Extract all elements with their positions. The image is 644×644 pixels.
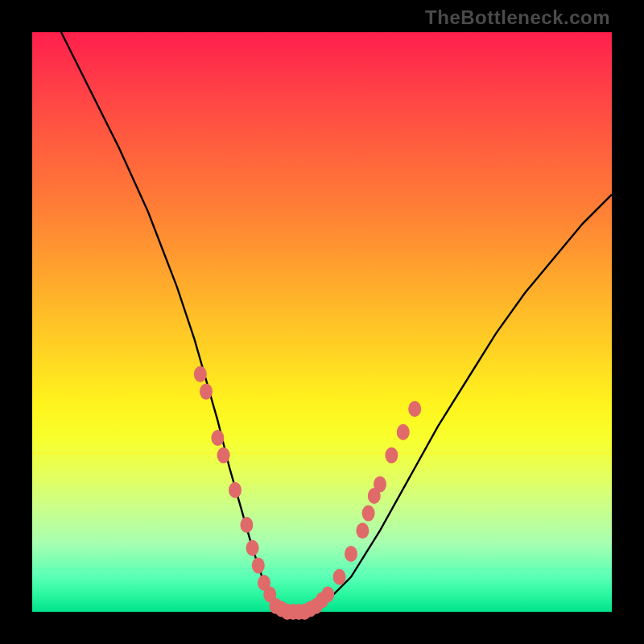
curve-marker: [252, 557, 265, 573]
curve-marker: [211, 430, 224, 446]
curve-marker: [374, 477, 386, 493]
curve-marker: [200, 383, 213, 399]
curve-marker: [397, 424, 410, 440]
curve-marker: [321, 586, 334, 602]
chart-svg: [32, 32, 612, 612]
curve-marker: [246, 540, 259, 556]
svg-rect-1: [32, 481, 612, 483]
curve-marker: [229, 482, 242, 498]
curve-marker: [385, 448, 398, 464]
curve-marker: [356, 522, 369, 539]
curve-marker: [362, 506, 375, 522]
bottleneck-curve: [61, 32, 612, 612]
hbands: [32, 452, 612, 596]
svg-rect-4: [32, 568, 612, 570]
curve-marker: [333, 569, 346, 585]
curve-marker: [194, 366, 207, 382]
svg-rect-3: [32, 539, 612, 541]
attribution-text: TheBottleneck.com: [425, 6, 610, 29]
svg-rect-2: [32, 510, 612, 512]
plot-area: [32, 32, 612, 612]
svg-rect-0: [32, 452, 612, 454]
curve-marker: [217, 448, 230, 464]
curve-marker: [408, 401, 421, 417]
curve-marker: [345, 546, 357, 562]
marker-group: [194, 366, 421, 620]
chart-container: TheBottleneck.com: [0, 0, 644, 644]
curve-marker: [240, 517, 253, 533]
